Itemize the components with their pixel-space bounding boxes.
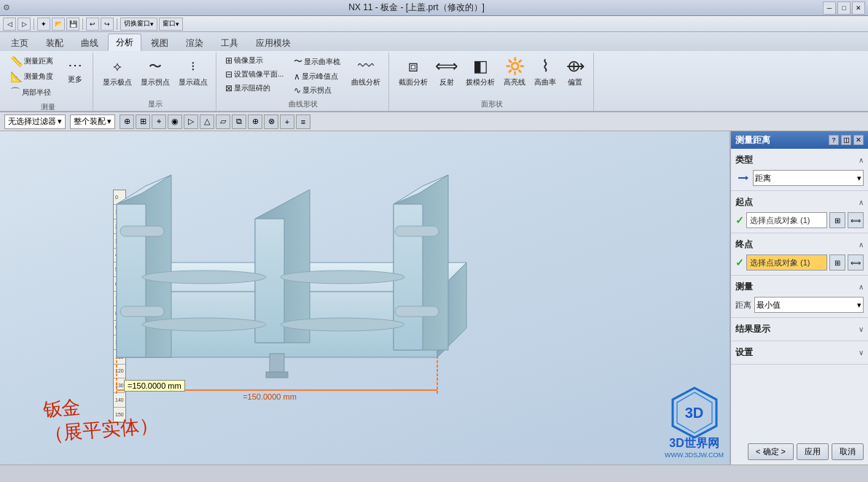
sel-icon-9[interactable]: ⊕ — [248, 114, 262, 129]
tab-view[interactable]: 视图 — [143, 34, 176, 51]
btn-measure-angle[interactable]: 📐 测量角度 — [7, 69, 56, 84]
viewport[interactable]: 0 10 20 30 40 50 60 70 80 90 100 110 120… — [0, 131, 730, 464]
btn-draft-analysis[interactable]: ◧ 拨模分析 — [462, 54, 498, 90]
section-end-header[interactable]: 终点 ∧ — [735, 236, 864, 253]
dialog-close[interactable]: ✕ — [853, 135, 864, 145]
btn-show-curvature[interactable]: 〜显示曲率梳 — [291, 54, 343, 69]
tab-curve[interactable]: 曲线 — [73, 34, 106, 51]
back-btn[interactable]: ◁ — [3, 18, 16, 31]
section-type: 类型 ∧ 距离 ▾ — [731, 149, 868, 191]
section-measure-header[interactable]: 测量 ∧ — [735, 279, 864, 295]
btn-show-inflect2[interactable]: ∿显示拐点 — [291, 84, 343, 97]
save-btn[interactable]: 💾 — [66, 18, 79, 31]
ok-button[interactable]: < 确定 > — [748, 443, 794, 460]
end-checkmark: ✓ — [735, 257, 744, 268]
btn-offset[interactable]: ⟴ 偏置 — [561, 54, 589, 90]
type-icon — [735, 171, 750, 185]
btn-high-curvature[interactable]: ⌇ 高曲率 — [531, 54, 560, 90]
svg-rect-14 — [395, 306, 439, 316]
sel-icon-1[interactable]: ⊕ — [120, 114, 134, 129]
section-start: 起点 ∧ ✓ 选择点或对象 (1) ⊞ ⟺ — [731, 191, 868, 233]
btn-show-peak[interactable]: ∧显示峰值点 — [291, 70, 343, 83]
btn-local-radius[interactable]: ⌒ 局部半径 — [7, 85, 56, 101]
group-curve-shape: ⊞镜像显示 ⊟设置镜像平面... ⊠显示阻碍的 〜显示曲率梳 — [218, 53, 389, 111]
open-btn[interactable]: 📂 — [52, 18, 65, 31]
svg-point-18 — [281, 271, 404, 284]
section-settings-header[interactable]: 设置 ∨ — [735, 344, 864, 361]
sel-icon-3[interactable]: ⌖ — [152, 114, 166, 129]
window-btn[interactable]: 窗口▾ — [159, 18, 183, 31]
win-close[interactable]: ✕ — [852, 1, 865, 15]
end-input[interactable]: 选择点或对象 (1) — [746, 254, 827, 271]
tab-apps[interactable]: 应用模块 — [248, 34, 299, 51]
btn-show-sparse[interactable]: ⁝ 显示疏点 — [175, 54, 211, 90]
filter-dropdown[interactable]: 无选择过滤器▾ — [4, 114, 66, 129]
sel-icon-4[interactable]: ◉ — [168, 114, 182, 129]
group-display: ⟡ 显示极点 〜 显示拐点 ⁝ 显示疏点 显示 — [95, 53, 216, 111]
tab-tools[interactable]: 工具 — [213, 34, 246, 51]
sel-icon-11[interactable]: + — [280, 114, 294, 129]
group-measure-label: 测量 — [41, 102, 55, 112]
selection-bar: 无选择过滤器▾ 整个装配▾ ⊕ ⊞ ⌖ ◉ ▷ △ ▱ ⧉ ⊕ ⊗ + ≡ — [0, 112, 868, 131]
start-input[interactable]: 选择点或对象 (1) — [746, 212, 827, 228]
btn-section-analysis[interactable]: ⧈ 截面分析 — [395, 54, 431, 90]
win-maximize[interactable]: □ — [837, 1, 851, 15]
svg-rect-13 — [395, 226, 439, 236]
sel-icon-7[interactable]: ▱ — [216, 114, 230, 129]
handwriting-annotation: 钣金 （展平实体） — [42, 389, 159, 448]
dialog-title: 测量距离 — [735, 134, 770, 147]
ribbon-content: 📏 测量距离 📐 测量角度 ⌒ 局部半径 ⋯ — [0, 51, 868, 112]
apply-button[interactable]: 应用 — [797, 443, 829, 460]
btn-show-obstacle[interactable]: ⊠显示阻碍的 — [222, 82, 286, 95]
section-start-header[interactable]: 起点 ∧ — [735, 194, 864, 211]
tab-render[interactable]: 渲染 — [178, 34, 211, 51]
end-btn-1[interactable]: ⊞ — [829, 254, 845, 271]
btn-curve-analysis[interactable]: 〰 曲线分析 — [348, 54, 384, 90]
logo-watermark: 3D 3D世界网 WWW.3DSJW.COM — [665, 386, 724, 459]
btn-more[interactable]: ⋯ 更多 — [62, 54, 88, 87]
sel-icon-8[interactable]: ⧉ — [232, 114, 246, 129]
svg-point-17 — [142, 271, 266, 284]
cancel-button[interactable]: 取消 — [832, 443, 864, 460]
sel-icon-10[interactable]: ⊗ — [264, 114, 278, 129]
section-measure: 测量 ∧ 距离 最小值 ▾ — [731, 276, 868, 318]
start-checkmark: ✓ — [735, 214, 744, 226]
win-minimize[interactable]: ─ — [823, 1, 836, 15]
section-type-header[interactable]: 类型 ∧ — [735, 152, 864, 168]
title-bar: ⚙ NX 11 - 板金 - [上盖.prt（修改的）] ─ □ ✕ — [0, 0, 868, 16]
sel-icon-12[interactable]: ≡ — [296, 114, 310, 129]
btn-measure-distance[interactable]: 📏 测量距离 — [7, 54, 56, 69]
ribbon-tabs: 主页 装配 曲线 分析 视图 渲染 工具 应用模块 — [0, 32, 868, 51]
new-btn[interactable]: ✦ — [37, 18, 50, 31]
assembly-dropdown[interactable]: 整个装配▾ — [70, 114, 115, 129]
tab-assembly[interactable]: 装配 — [38, 34, 71, 51]
forward-btn[interactable]: ▷ — [17, 18, 31, 31]
sel-icon-5[interactable]: ▷ — [184, 114, 198, 129]
dialog-restore[interactable]: ◫ — [841, 135, 851, 145]
btn-mirror-display[interactable]: ⊞镜像显示 — [222, 54, 286, 67]
start-btn-2[interactable]: ⟺ — [848, 212, 864, 228]
svg-text:=150.0000 mm: =150.0000 mm — [243, 392, 297, 401]
sel-icon-2[interactable]: ⊞ — [136, 114, 150, 129]
svg-marker-28 — [746, 176, 748, 180]
switch-window-btn[interactable]: 切换窗口▾ — [120, 18, 157, 31]
btn-show-inflect[interactable]: 〜 显示拐点 — [137, 54, 173, 90]
btn-show-poles[interactable]: ⟡ 显示极点 — [99, 54, 136, 90]
type-select[interactable]: 距离 ▾ — [753, 170, 864, 186]
tab-analysis[interactable]: 分析 — [108, 34, 141, 51]
btn-highlight-line[interactable]: 🔆 高亮线 — [500, 54, 529, 90]
btn-set-mirror-plane[interactable]: ⊟设置镜像平面... — [222, 68, 286, 81]
btn-reflect[interactable]: ⟺ 反射 — [433, 54, 461, 90]
sel-icon-6[interactable]: △ — [200, 114, 214, 129]
end-btn-2[interactable]: ⟺ — [848, 254, 864, 271]
redo-btn[interactable]: ↪ — [101, 18, 114, 31]
main-area: 0 10 20 30 40 50 60 70 80 90 100 110 120… — [0, 131, 868, 464]
measure-select[interactable]: 最小值 ▾ — [754, 297, 864, 313]
undo-btn[interactable]: ↩ — [86, 18, 99, 31]
dialog-help[interactable]: ? — [829, 135, 839, 145]
start-btn-1[interactable]: ⊞ — [829, 212, 845, 228]
window-title: NX 11 - 板金 - [上盖.prt（修改的）] — [348, 1, 485, 14]
tab-home[interactable]: 主页 — [3, 34, 36, 51]
section-result-header[interactable]: 结果显示 ∨ — [735, 321, 864, 338]
group-surface-shape: ⧈ 截面分析 ⟺ 反射 ◧ 拨模分析 🔆 高亮线 ⌇ 高曲率 — [391, 53, 594, 111]
